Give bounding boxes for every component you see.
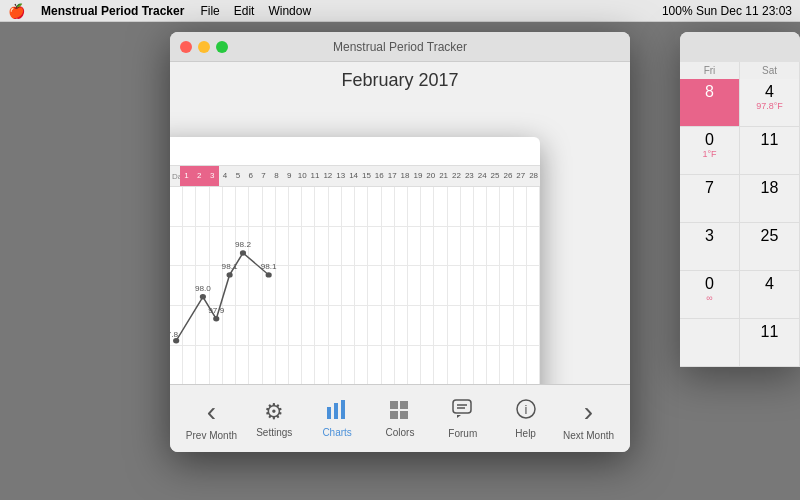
help-icon: i: [515, 398, 537, 426]
menubar: 🍎 Menstrual Period Tracker File Edit Win…: [0, 0, 800, 22]
right-cal-cell: 4 97.8°F: [740, 79, 800, 126]
right-cal-row: 0 ∞ 4: [680, 271, 800, 319]
day-label: 20: [424, 166, 437, 186]
forum-icon: [451, 398, 475, 426]
app-name: Menstrual Period Tracker: [41, 4, 184, 18]
right-cal-row: 3 25: [680, 223, 800, 271]
right-cal-cell: 3: [680, 223, 740, 270]
cell-num: 0: [684, 131, 735, 149]
toolbar-charts[interactable]: Charts: [307, 399, 367, 438]
cell-temp: 1°F: [684, 149, 735, 159]
colors-icon: [388, 399, 412, 425]
cell-num: 4: [744, 275, 795, 293]
right-cal-row: 8 4 97.8°F: [680, 79, 800, 127]
svg-rect-6: [400, 411, 408, 419]
window-titlebar: Menstrual Period Tracker: [170, 32, 630, 62]
day-label: 18: [399, 166, 412, 186]
cell-num: 8: [684, 83, 735, 101]
next-month-icon: ›: [584, 396, 593, 428]
chart-svg: 97.8 98.0 97.9 98.1 98.2 98.1: [170, 187, 540, 384]
calendar-month-header: February 2017: [170, 62, 630, 95]
day-numbers-container: 1234567891011121314151617181920212223242…: [180, 166, 540, 186]
right-cal-cell: [680, 319, 740, 366]
toolbar-forum[interactable]: Forum: [433, 398, 493, 439]
day-label: 16: [373, 166, 386, 186]
svg-rect-4: [400, 401, 408, 409]
svg-text:i: i: [524, 402, 527, 417]
help-label: Help: [515, 428, 536, 439]
right-cal-cell: 25: [740, 223, 800, 270]
day-label: 12: [321, 166, 334, 186]
prev-month-label: Prev Month: [186, 430, 237, 441]
day-label: 5: [231, 166, 244, 186]
temp-label: 98.0: [195, 285, 212, 293]
day-label: 15: [360, 166, 373, 186]
svg-rect-2: [341, 400, 345, 419]
temp-label: 98.1: [261, 263, 277, 271]
temp-dot: [200, 294, 206, 299]
maximize-button[interactable]: [216, 41, 228, 53]
right-cal-cell: 11: [740, 319, 800, 366]
day-label: 21: [437, 166, 450, 186]
file-menu[interactable]: File: [200, 4, 219, 18]
day-label-header: Day: [170, 172, 180, 181]
next-month-label: Next Month: [563, 430, 614, 441]
day-labels-row: Day 123456789101112131415161718192021222…: [170, 165, 540, 187]
right-cal-cell: 11: [740, 127, 800, 174]
right-cal-header: [680, 32, 800, 62]
temp-dot: [266, 272, 272, 277]
toolbar-colors[interactable]: Colors: [370, 399, 430, 438]
cell-num: 18: [744, 179, 795, 197]
colors-label: Colors: [386, 427, 415, 438]
right-cal-cell: 0 ∞: [680, 271, 740, 318]
close-button[interactable]: [180, 41, 192, 53]
chart-grid-area: 97.8 98.0 97.9 98.1 98.2 98.1: [170, 187, 540, 384]
right-col-headers: Fri Sat: [680, 62, 800, 79]
day-label: 1: [180, 166, 193, 186]
menu-items: File Edit Window: [200, 4, 311, 18]
day-label: 17: [386, 166, 399, 186]
toolbar-help[interactable]: i Help: [496, 398, 556, 439]
toolbar-prev-month[interactable]: ‹ Prev Month: [181, 396, 241, 441]
col-fri: Fri: [680, 62, 740, 79]
forum-label: Forum: [448, 428, 477, 439]
main-window: Menstrual Period Tracker February 2017 I…: [170, 32, 630, 452]
day-label: 3: [206, 166, 219, 186]
right-cal-row: 11: [680, 319, 800, 367]
window-menu[interactable]: Window: [268, 4, 311, 18]
minimize-button[interactable]: [198, 41, 210, 53]
day-label: 14: [347, 166, 360, 186]
temp-label: 97.8: [170, 331, 178, 339]
menubar-right: 100% Sun Dec 11 23:03: [662, 4, 792, 18]
svg-rect-3: [390, 401, 398, 409]
temp-label: 98.1: [222, 263, 238, 271]
right-cal-cell-pink: 8: [680, 79, 740, 126]
right-calendar: Fri Sat 8 4 97.8°F 0 1°F 11: [680, 32, 800, 367]
cell-num: 7: [684, 179, 735, 197]
app-background: Fri Sat 8 4 97.8°F 0 1°F 11: [0, 22, 800, 500]
temp-dot: [240, 250, 246, 255]
day-label: 11: [309, 166, 322, 186]
day-label: 9: [283, 166, 296, 186]
day-label: 7: [257, 166, 270, 186]
apple-menu[interactable]: 🍎: [8, 3, 25, 19]
svg-rect-1: [334, 403, 338, 419]
right-cal-row: 0 1°F 11: [680, 127, 800, 175]
day-label: 27: [514, 166, 527, 186]
charts-label: Charts: [322, 427, 351, 438]
day-label: 8: [270, 166, 283, 186]
toolbar-settings[interactable]: ⚙ Settings: [244, 399, 304, 438]
cell-num: 11: [744, 131, 795, 149]
cell-temp: 97.8°F: [744, 101, 795, 111]
cell-num: 11: [744, 323, 795, 341]
toolbar-next-month[interactable]: › Next Month: [558, 396, 618, 441]
cell-temp: ∞: [684, 293, 735, 303]
svg-rect-5: [390, 411, 398, 419]
chart-body: I P S1 S2 S3 S4 Day 12345678910111213141…: [170, 137, 540, 384]
temp-dot: [213, 316, 219, 321]
datetime: 100% Sun Dec 11 23:03: [662, 4, 792, 18]
window-title: Menstrual Period Tracker: [333, 40, 467, 54]
right-cal-cell: 0 1°F: [680, 127, 740, 174]
edit-menu[interactable]: Edit: [234, 4, 255, 18]
temp-dot: [227, 272, 233, 277]
